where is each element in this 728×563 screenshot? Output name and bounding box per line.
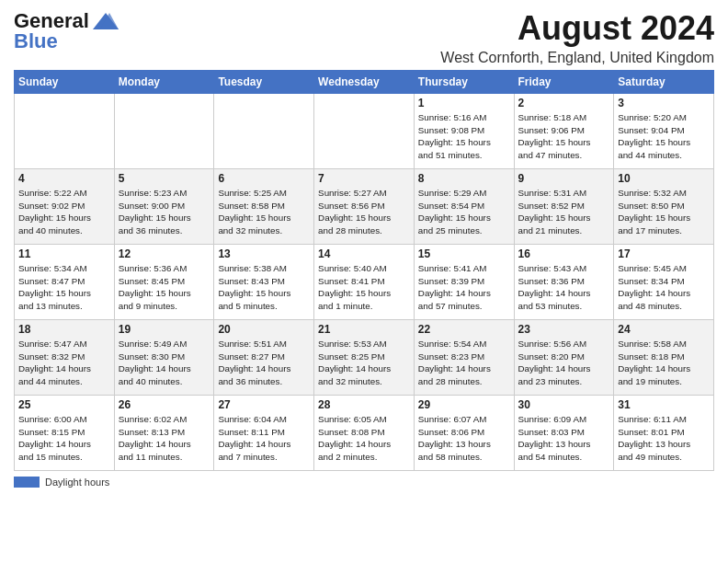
day-info: Sunrise: 5:47 AM Sunset: 8:32 PM Dayligh… (18, 338, 110, 388)
day-info: Sunrise: 6:11 AM Sunset: 8:01 PM Dayligh… (618, 413, 710, 464)
day-cell: 26Sunrise: 6:02 AM Sunset: 8:13 PM Dayli… (114, 396, 214, 471)
day-number: 8 (418, 172, 510, 185)
day-number: 26 (119, 398, 210, 411)
day-info: Sunrise: 5:43 AM Sunset: 8:36 PM Dayligh… (518, 262, 610, 313)
week-row-5: 25Sunrise: 6:00 AM Sunset: 8:15 PM Dayli… (15, 396, 714, 471)
day-number: 1 (418, 97, 510, 109)
week-row-1: 1Sunrise: 5:16 AM Sunset: 9:08 PM Daylig… (15, 94, 714, 169)
header-row: SundayMondayTuesdayWednesdayThursdayFrid… (15, 71, 714, 94)
page: General Blue August 2024 West Cornforth,… (0, 0, 728, 563)
day-cell: 13Sunrise: 5:38 AM Sunset: 8:43 PM Dayli… (214, 245, 314, 320)
day-cell: 9Sunrise: 5:31 AM Sunset: 8:52 PM Daylig… (514, 169, 614, 245)
day-number: 9 (518, 172, 610, 185)
day-info: Sunrise: 5:34 AM Sunset: 8:47 PM Dayligh… (18, 262, 110, 313)
day-info: Sunrise: 5:58 AM Sunset: 8:18 PM Dayligh… (618, 338, 710, 388)
day-cell: 28Sunrise: 6:05 AM Sunset: 8:08 PM Dayli… (314, 396, 415, 471)
footer: Daylight hours (14, 477, 714, 488)
day-info: Sunrise: 6:07 AM Sunset: 8:06 PM Dayligh… (418, 413, 510, 464)
day-info: Sunrise: 6:05 AM Sunset: 8:08 PM Dayligh… (318, 413, 410, 464)
day-info: Sunrise: 5:25 AM Sunset: 8:58 PM Dayligh… (218, 187, 310, 237)
day-cell (214, 94, 314, 169)
day-info: Sunrise: 5:29 AM Sunset: 8:54 PM Dayligh… (418, 187, 510, 237)
day-info: Sunrise: 5:51 AM Sunset: 8:27 PM Dayligh… (218, 338, 310, 388)
day-cell: 3Sunrise: 5:20 AM Sunset: 9:04 PM Daylig… (614, 94, 714, 169)
day-cell: 12Sunrise: 5:36 AM Sunset: 8:45 PM Dayli… (114, 245, 214, 320)
day-number: 30 (518, 398, 610, 411)
day-cell: 24Sunrise: 5:58 AM Sunset: 8:18 PM Dayli… (614, 320, 714, 396)
day-cell: 1Sunrise: 5:16 AM Sunset: 9:08 PM Daylig… (414, 94, 514, 169)
day-cell: 18Sunrise: 5:47 AM Sunset: 8:32 PM Dayli… (15, 320, 115, 396)
day-number: 13 (218, 247, 310, 260)
day-info: Sunrise: 6:04 AM Sunset: 8:11 PM Dayligh… (218, 413, 310, 464)
day-info: Sunrise: 5:16 AM Sunset: 9:08 PM Dayligh… (418, 111, 510, 162)
day-info: Sunrise: 5:56 AM Sunset: 8:20 PM Dayligh… (518, 338, 610, 388)
day-number: 5 (119, 172, 210, 185)
day-number: 22 (418, 323, 510, 336)
day-info: Sunrise: 6:09 AM Sunset: 8:03 PM Dayligh… (518, 413, 610, 464)
col-header-monday: Monday (114, 71, 214, 94)
day-cell: 16Sunrise: 5:43 AM Sunset: 8:36 PM Dayli… (514, 245, 614, 320)
day-number: 18 (18, 323, 110, 336)
day-cell (114, 94, 214, 169)
day-info: Sunrise: 5:54 AM Sunset: 8:23 PM Dayligh… (418, 338, 510, 388)
day-cell: 6Sunrise: 5:25 AM Sunset: 8:58 PM Daylig… (214, 169, 314, 245)
day-info: Sunrise: 5:53 AM Sunset: 8:25 PM Dayligh… (318, 338, 410, 388)
day-cell: 29Sunrise: 6:07 AM Sunset: 8:06 PM Dayli… (414, 396, 514, 471)
day-cell: 21Sunrise: 5:53 AM Sunset: 8:25 PM Dayli… (314, 320, 415, 396)
day-info: Sunrise: 5:23 AM Sunset: 9:00 PM Dayligh… (119, 187, 210, 237)
day-cell: 17Sunrise: 5:45 AM Sunset: 8:34 PM Dayli… (614, 245, 714, 320)
logo-text-blue: Blue (14, 29, 58, 53)
week-row-4: 18Sunrise: 5:47 AM Sunset: 8:32 PM Dayli… (15, 320, 714, 396)
day-cell: 31Sunrise: 6:11 AM Sunset: 8:01 PM Dayli… (614, 396, 714, 471)
day-number: 20 (218, 323, 310, 336)
day-cell: 7Sunrise: 5:27 AM Sunset: 8:56 PM Daylig… (314, 169, 415, 245)
day-info: Sunrise: 5:22 AM Sunset: 9:02 PM Dayligh… (18, 187, 110, 237)
day-cell: 10Sunrise: 5:32 AM Sunset: 8:50 PM Dayli… (614, 169, 714, 245)
logo-icon (91, 11, 120, 31)
day-cell: 27Sunrise: 6:04 AM Sunset: 8:11 PM Dayli… (214, 396, 314, 471)
day-info: Sunrise: 6:00 AM Sunset: 8:15 PM Dayligh… (18, 413, 110, 464)
day-info: Sunrise: 6:02 AM Sunset: 8:13 PM Dayligh… (119, 413, 210, 464)
col-header-thursday: Thursday (414, 71, 514, 94)
day-info: Sunrise: 5:31 AM Sunset: 8:52 PM Dayligh… (518, 187, 610, 237)
day-info: Sunrise: 5:45 AM Sunset: 8:34 PM Dayligh… (618, 262, 710, 313)
calendar-table: SundayMondayTuesdayWednesdayThursdayFrid… (14, 70, 714, 471)
header: General Blue August 2024 West Cornforth,… (14, 9, 714, 66)
day-number: 27 (218, 398, 310, 411)
day-cell: 20Sunrise: 5:51 AM Sunset: 8:27 PM Dayli… (214, 320, 314, 396)
day-info: Sunrise: 5:38 AM Sunset: 8:43 PM Dayligh… (218, 262, 310, 313)
day-cell: 30Sunrise: 6:09 AM Sunset: 8:03 PM Dayli… (514, 396, 614, 471)
col-header-wednesday: Wednesday (314, 71, 415, 94)
day-number: 25 (18, 398, 110, 411)
legend-box (14, 477, 40, 488)
day-number: 21 (318, 323, 410, 336)
day-cell (314, 94, 415, 169)
day-info: Sunrise: 5:49 AM Sunset: 8:30 PM Dayligh… (119, 338, 210, 388)
day-number: 10 (618, 172, 710, 185)
day-cell: 23Sunrise: 5:56 AM Sunset: 8:20 PM Dayli… (514, 320, 614, 396)
day-number: 2 (518, 97, 610, 109)
day-cell: 5Sunrise: 5:23 AM Sunset: 9:00 PM Daylig… (114, 169, 214, 245)
day-cell (15, 94, 115, 169)
day-cell: 2Sunrise: 5:18 AM Sunset: 9:06 PM Daylig… (514, 94, 614, 169)
day-info: Sunrise: 5:32 AM Sunset: 8:50 PM Dayligh… (618, 187, 710, 237)
location: West Cornforth, England, United Kingdom (440, 50, 714, 66)
week-row-3: 11Sunrise: 5:34 AM Sunset: 8:47 PM Dayli… (15, 245, 714, 320)
day-info: Sunrise: 5:41 AM Sunset: 8:39 PM Dayligh… (418, 262, 510, 313)
col-header-friday: Friday (514, 71, 614, 94)
month-year: August 2024 (440, 9, 714, 48)
day-cell: 11Sunrise: 5:34 AM Sunset: 8:47 PM Dayli… (15, 245, 115, 320)
day-number: 12 (119, 247, 210, 260)
day-cell: 14Sunrise: 5:40 AM Sunset: 8:41 PM Dayli… (314, 245, 415, 320)
day-info: Sunrise: 5:20 AM Sunset: 9:04 PM Dayligh… (618, 111, 710, 162)
day-info: Sunrise: 5:36 AM Sunset: 8:45 PM Dayligh… (119, 262, 210, 313)
day-cell: 8Sunrise: 5:29 AM Sunset: 8:54 PM Daylig… (414, 169, 514, 245)
col-header-tuesday: Tuesday (214, 71, 314, 94)
title-block: August 2024 West Cornforth, England, Uni… (440, 9, 714, 66)
logo: General Blue (14, 9, 120, 53)
day-number: 3 (618, 97, 710, 109)
day-cell: 22Sunrise: 5:54 AM Sunset: 8:23 PM Dayli… (414, 320, 514, 396)
day-number: 14 (318, 247, 410, 260)
day-number: 11 (18, 247, 110, 260)
week-row-2: 4Sunrise: 5:22 AM Sunset: 9:02 PM Daylig… (15, 169, 714, 245)
